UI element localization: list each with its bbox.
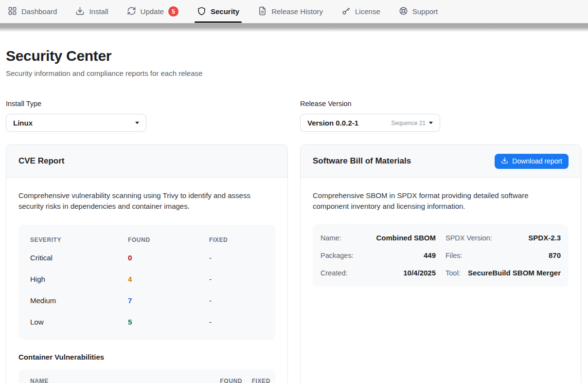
- detail-label: Packages:: [321, 252, 354, 259]
- found-value: 4: [128, 275, 209, 283]
- found-col-header: FOUND: [200, 378, 242, 383]
- list-item: SPDX Version: SPDX-2.3: [445, 229, 561, 247]
- detail-label: SPDX Version:: [445, 234, 492, 242]
- tab-update[interactable]: Update 5: [127, 0, 178, 23]
- tab-license[interactable]: License: [341, 0, 380, 23]
- tab-label: Release History: [271, 7, 323, 16]
- fixed-col-header: FIXED: [242, 378, 270, 383]
- tab-label: Security: [211, 7, 239, 16]
- name-col-header: NAME: [30, 378, 200, 383]
- key-icon: [341, 6, 351, 17]
- list-item: Packages: 449: [321, 247, 436, 264]
- sbom-details-table: Name: Combined SBOM SPDX Version: SPDX-2…: [313, 224, 569, 287]
- detail-label: Created:: [321, 269, 348, 277]
- refresh-icon: [127, 6, 136, 17]
- release-version-select[interactable]: Version 0.0.2-1 Sequence 21: [300, 114, 440, 132]
- table-row: Critical 0 -: [30, 247, 264, 269]
- cve-report-title: CVE Report: [18, 156, 64, 166]
- tab-release-history[interactable]: Release History: [258, 0, 323, 23]
- install-type-label: Install Type: [6, 100, 288, 108]
- download-report-label: Download report: [512, 157, 562, 165]
- found-value: 0: [128, 254, 209, 262]
- found-col-header: FOUND: [128, 237, 209, 243]
- install-type-filter: Install Type Linux: [6, 100, 288, 132]
- tab-support[interactable]: Support: [399, 0, 438, 23]
- cve-report-header: CVE Report: [6, 145, 287, 178]
- fixed-value: -: [209, 254, 264, 262]
- dashboard-grid-icon: [8, 6, 17, 17]
- install-type-value: Linux: [13, 119, 33, 127]
- sbom-body: Comprehensive SBOM in SPDX format provid…: [301, 178, 581, 299]
- main-content: Security Center Security information and…: [0, 48, 588, 383]
- container-vulnerabilities-title: Container Vulnerabilities: [18, 353, 275, 361]
- tab-dashboard[interactable]: Dashboard: [8, 0, 57, 23]
- release-version-filter: Release Version Version 0.0.2-1 Sequence…: [300, 100, 581, 132]
- severity-table-header: SEVERITY FOUND FIXED: [30, 231, 264, 247]
- chevron-down-icon: [135, 122, 139, 124]
- list-item: Files: 870: [445, 247, 561, 264]
- download-icon: [501, 157, 508, 165]
- detail-value: Combined SBOM: [376, 234, 436, 242]
- detail-value: 449: [424, 251, 436, 259]
- chevron-down-icon: [429, 122, 433, 124]
- severity-label: Low: [30, 318, 128, 326]
- cards-row: CVE Report Comprehensive vulnerability s…: [6, 145, 581, 383]
- shield-icon: [197, 6, 206, 17]
- tab-label: Install: [89, 7, 108, 16]
- found-value: 5: [128, 318, 209, 326]
- severity-label: Medium: [30, 296, 128, 305]
- sbom-card: Software Bill of Materials Download repo…: [300, 145, 581, 383]
- list-item: Tool: SecureBuild SBOM Merger: [445, 264, 561, 282]
- severity-col-header: SEVERITY: [30, 237, 128, 243]
- container-vulnerabilities-table-header: NAME FOUND FIXED: [18, 369, 275, 383]
- detail-value: SecureBuild SBOM Merger: [468, 269, 561, 277]
- cve-report-description: Comprehensive vulnerability scanning usi…: [18, 190, 271, 212]
- page-title: Security Center: [6, 48, 581, 64]
- fixed-col-header: FIXED: [209, 237, 264, 243]
- list-item: Name: Combined SBOM: [321, 229, 436, 247]
- install-type-select[interactable]: Linux: [6, 114, 146, 132]
- security-center-page: Dashboard Install Update 5 Security Rele…: [0, 0, 588, 383]
- document-icon: [258, 6, 267, 17]
- severity-label: High: [30, 275, 128, 283]
- release-version-label: Release Version: [300, 100, 581, 108]
- detail-label: Tool:: [445, 269, 461, 277]
- detail-label: Files:: [445, 252, 463, 259]
- fixed-value: -: [209, 318, 264, 326]
- list-item: Created: 10/4/2025: [321, 264, 436, 282]
- sbom-header: Software Bill of Materials Download repo…: [301, 145, 581, 178]
- severity-table: SEVERITY FOUND FIXED Critical 0 - High 4: [18, 225, 275, 340]
- detail-value: 870: [549, 251, 561, 259]
- page-subtitle: Security information and compliance repo…: [6, 69, 581, 77]
- tab-label: Support: [412, 7, 438, 16]
- tab-security[interactable]: Security: [197, 0, 239, 23]
- fixed-value: -: [209, 275, 264, 283]
- filters-row: Install Type Linux Release Version Versi…: [6, 100, 581, 132]
- download-icon: [75, 6, 85, 17]
- tab-label: Update: [141, 7, 164, 16]
- detail-value: SPDX-2.3: [528, 234, 561, 242]
- table-row: High 4 -: [30, 269, 264, 290]
- top-navbar: Dashboard Install Update 5 Security Rele…: [0, 0, 588, 23]
- fixed-value: -: [209, 296, 264, 305]
- table-row: Medium 7 -: [30, 290, 264, 311]
- tab-label: Dashboard: [21, 7, 57, 16]
- sbom-title: Software Bill of Materials: [313, 156, 411, 166]
- life-buoy-icon: [399, 6, 408, 17]
- tab-label: License: [355, 7, 380, 16]
- cve-report-body: Comprehensive vulnerability scanning usi…: [6, 178, 287, 383]
- update-count-badge: 5: [168, 6, 178, 17]
- download-report-button[interactable]: Download report: [495, 154, 569, 169]
- found-value: 7: [128, 296, 209, 305]
- severity-label: Critical: [30, 254, 128, 262]
- tab-install[interactable]: Install: [75, 0, 108, 23]
- cve-report-card: CVE Report Comprehensive vulnerability s…: [6, 145, 288, 383]
- release-version-value: Version 0.0.2-1: [307, 119, 358, 127]
- sequence-label: Sequence 21: [391, 120, 426, 127]
- detail-value: 10/4/2025: [403, 269, 436, 277]
- sbom-description: Comprehensive SBOM in SPDX format provid…: [313, 190, 566, 212]
- detail-label: Name:: [321, 234, 341, 242]
- table-row: Low 5 -: [30, 311, 264, 333]
- scroll-shadow-band: [0, 23, 588, 32]
